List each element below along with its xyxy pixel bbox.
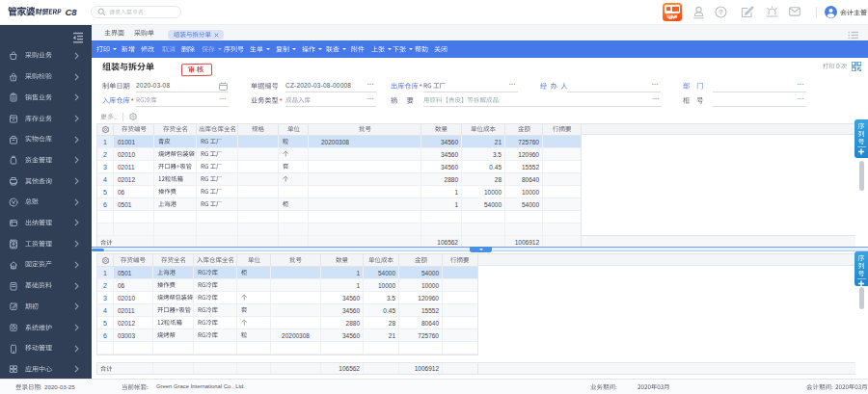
svg-text:?: ? bbox=[719, 8, 723, 16]
